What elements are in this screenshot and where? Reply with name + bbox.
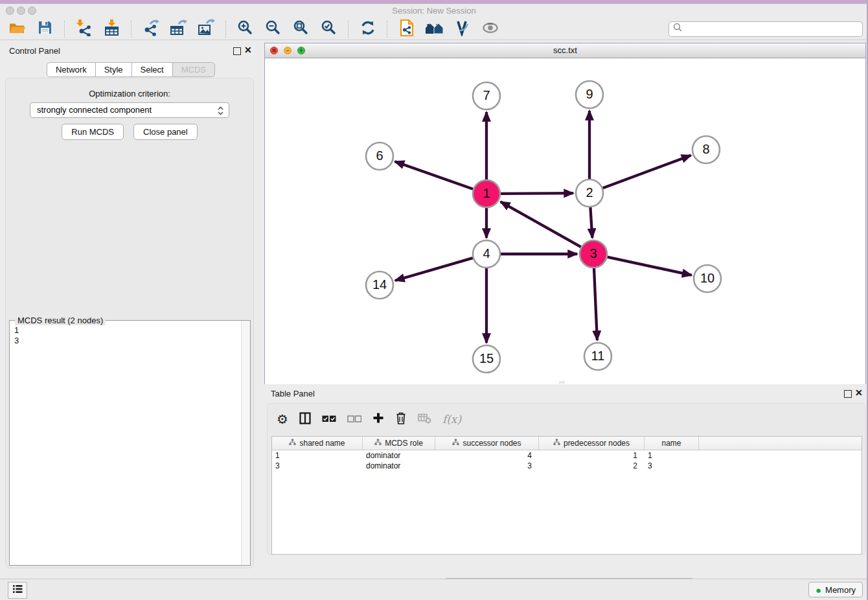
result-scrollbar[interactable]	[241, 321, 250, 565]
float-panel-icon[interactable]	[844, 390, 852, 398]
column-header-filler	[699, 437, 862, 450]
dropdown-stepper-icon	[216, 106, 225, 121]
main-toolbar	[0, 18, 868, 40]
column-header-shared-name[interactable]: shared name	[272, 437, 363, 450]
control-panel-title: Control Panel	[9, 46, 60, 56]
network-minimize-icon[interactable]: −	[284, 47, 291, 54]
control-panel: Control Panel ✕ NetworkStyleSelectMCDS O…	[0, 40, 262, 579]
graph-edge-1-2[interactable]	[501, 193, 573, 194]
network-window-titlebar[interactable]: ✕ − + scc.txt	[265, 43, 865, 58]
graph-edge-3-1[interactable]	[501, 202, 581, 247]
new-network-document-button[interactable]	[394, 19, 418, 39]
network-close-icon[interactable]: ✕	[270, 47, 278, 54]
mcds-result-box: MCDS result (2 nodes) 1 3	[9, 320, 251, 566]
table-options-button[interactable]: ⚙	[277, 413, 288, 426]
graph-edge-1-6[interactable]	[395, 161, 474, 189]
close-panel-icon[interactable]: ✕	[855, 387, 863, 398]
task-history-button[interactable]	[8, 582, 27, 599]
window-minimize-button[interactable]	[17, 6, 25, 15]
table-cell[interactable]: 3	[435, 461, 539, 471]
table-cell[interactable]: 3	[272, 461, 363, 471]
floppy-save-icon	[38, 20, 52, 38]
save-session-button[interactable]	[33, 19, 57, 39]
app-title: Session: New Session	[0, 4, 868, 18]
graph-edge-3-11[interactable]	[594, 268, 597, 340]
table-row[interactable]: 1dominator411	[272, 450, 862, 461]
eye-icon	[481, 21, 499, 38]
export-table-button[interactable]	[166, 19, 190, 39]
column-label: name	[661, 439, 681, 448]
import-table-button[interactable]	[100, 19, 124, 39]
graph-edge-2-3[interactable]	[590, 207, 592, 238]
table-cell[interactable]: 1	[645, 450, 699, 461]
memory-button[interactable]: ● Memory	[808, 582, 863, 597]
open-session-button[interactable]	[5, 19, 29, 39]
zoom-check-icon	[321, 19, 337, 38]
zoom-in-button[interactable]	[233, 19, 257, 39]
run-mcds-button[interactable]: Run MCDS	[62, 124, 124, 140]
show-columns-button[interactable]	[299, 412, 311, 427]
canvas-resize-grip[interactable]	[560, 381, 565, 384]
column-header-name[interactable]: name	[645, 437, 699, 450]
graph-edge-4-14[interactable]	[395, 258, 473, 281]
table-row[interactable]: 3dominator323	[272, 461, 862, 471]
table-cell[interactable]: 4	[435, 450, 539, 461]
network-canvas[interactable]: 1234678910111415	[265, 58, 865, 384]
delete-table-button-disabled[interactable]	[418, 413, 431, 426]
tab-network[interactable]: Network	[47, 62, 96, 77]
graph-edge-3-10[interactable]	[608, 257, 692, 275]
sort-tree-icon	[452, 439, 459, 448]
delete-column-button[interactable]	[395, 411, 407, 428]
table-cell[interactable]: 2	[539, 461, 645, 471]
select-all-button[interactable]	[322, 413, 336, 425]
window-zoom-button[interactable]	[28, 6, 36, 15]
float-panel-icon[interactable]	[233, 47, 241, 55]
column-header-predecessor-nodes[interactable]: predecessor nodes	[539, 437, 645, 450]
network-graph[interactable]: 1234678910111415	[265, 58, 865, 384]
add-column-button[interactable]	[372, 412, 384, 426]
tab-select[interactable]: Select	[131, 62, 173, 77]
columns-icon	[299, 412, 311, 427]
export-network-button[interactable]	[139, 19, 163, 39]
table-cell[interactable]: 3	[645, 461, 699, 471]
graph-edge-2-8[interactable]	[603, 156, 691, 189]
graph-node-label: 14	[372, 277, 387, 292]
sort-tree-icon	[374, 439, 382, 448]
table-cell[interactable]: dominator	[363, 450, 435, 461]
tab-style[interactable]: Style	[95, 62, 132, 77]
table-panel: Table Panel ✕ ⚙ f(x)	[264, 386, 868, 579]
folder-open-icon	[8, 20, 26, 38]
refresh-layout-button[interactable]	[356, 19, 380, 39]
deselect-all-button[interactable]	[347, 413, 361, 425]
column-label: predecessor nodes	[564, 439, 630, 448]
function-builder-button-disabled[interactable]: f(x)	[442, 413, 461, 426]
network-maximize-icon[interactable]: +	[297, 47, 305, 54]
optimization-dropdown[interactable]: strongly connected component	[30, 102, 229, 118]
sort-tree-icon	[289, 439, 296, 448]
dropdown-value: strongly connected component	[37, 105, 152, 115]
graph-node-label: 9	[586, 87, 593, 101]
app-titlebar: Session: New Session	[0, 4, 868, 18]
home-networks-button[interactable]	[422, 19, 446, 39]
table-cell[interactable]: dominator	[363, 461, 435, 471]
search-input[interactable]	[685, 23, 862, 36]
close-panel-icon[interactable]: ✕	[244, 45, 252, 55]
column-header-MCDS-role[interactable]: MCDS role	[363, 437, 435, 450]
zoom-out-button[interactable]	[261, 19, 285, 39]
table-cell[interactable]: 1	[272, 450, 363, 461]
export-image-button[interactable]	[194, 19, 218, 39]
column-header-successor-nodes[interactable]: successor nodes	[435, 437, 539, 450]
status-bar: ● Memory	[0, 579, 868, 600]
table-header-row: shared nameMCDS rolesuccessor nodesprede…	[272, 437, 862, 450]
close-panel-button[interactable]: Close panel	[133, 124, 198, 140]
column-label: shared name	[299, 439, 345, 448]
zoom-selected-button[interactable]	[317, 19, 341, 39]
zoom-fit-button[interactable]	[289, 19, 313, 39]
vizmapper-button[interactable]	[450, 19, 474, 39]
table-cell[interactable]: 1	[539, 450, 645, 461]
hide-preview-button[interactable]	[478, 19, 502, 39]
import-network-button[interactable]	[72, 19, 96, 39]
global-search	[668, 21, 863, 37]
tab-mcds[interactable]: MCDS	[172, 62, 215, 77]
window-close-button[interactable]	[6, 6, 14, 15]
